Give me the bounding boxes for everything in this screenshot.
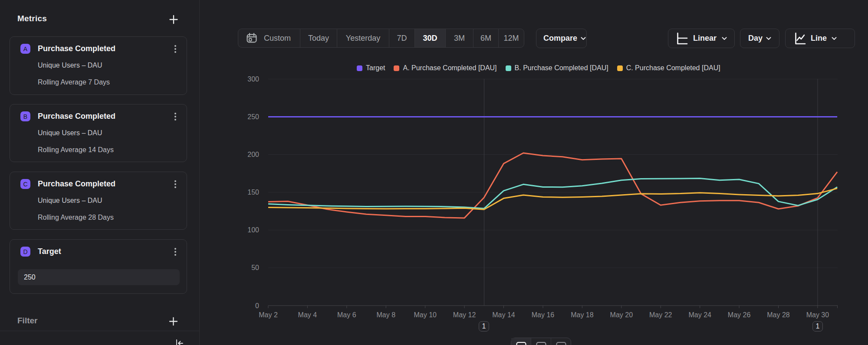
svg-text:May 18: May 18 xyxy=(571,311,594,319)
svg-text:May 10: May 10 xyxy=(414,311,437,319)
svg-text:May 14: May 14 xyxy=(492,311,515,319)
svg-text:May 12: May 12 xyxy=(453,311,476,319)
svg-text:May 30: May 30 xyxy=(806,311,829,319)
svg-text:May 6: May 6 xyxy=(337,311,356,319)
svg-text:May 22: May 22 xyxy=(649,311,672,319)
svg-text:May 4: May 4 xyxy=(298,311,317,319)
svg-text:May 8: May 8 xyxy=(377,311,396,319)
svg-text:100: 100 xyxy=(247,226,259,234)
svg-text:200: 200 xyxy=(247,151,259,158)
svg-text:250: 250 xyxy=(247,113,259,120)
svg-text:May 28: May 28 xyxy=(767,311,790,319)
svg-text:50: 50 xyxy=(251,264,259,271)
svg-text:May 16: May 16 xyxy=(532,311,555,319)
svg-text:300: 300 xyxy=(247,75,259,83)
svg-text:May 26: May 26 xyxy=(728,311,751,319)
svg-text:May 20: May 20 xyxy=(610,311,633,319)
svg-text:0: 0 xyxy=(255,302,259,309)
svg-text:May 24: May 24 xyxy=(688,311,711,319)
svg-text:May 2: May 2 xyxy=(259,311,278,319)
svg-text:150: 150 xyxy=(247,189,259,196)
